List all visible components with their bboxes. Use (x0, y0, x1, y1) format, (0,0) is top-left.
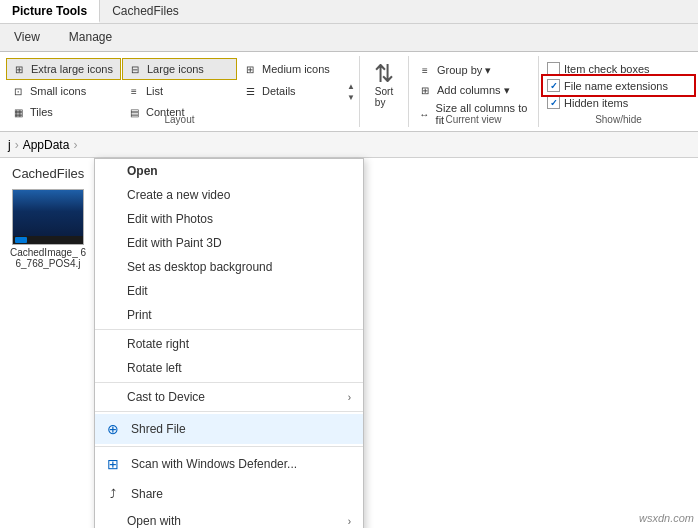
ribbon-tabs: View Manage (0, 24, 698, 52)
ctx-openwith-arrow: › (348, 516, 351, 527)
medium-icons-icon: ⊞ (242, 61, 258, 77)
extra-large-icon: ⊞ (11, 61, 27, 77)
file-name-extensions-checkbox[interactable]: ✓ (547, 79, 560, 92)
ctx-cast-arrow: › (348, 392, 351, 403)
ctx-create-video[interactable]: Create a new video (95, 183, 363, 207)
ctx-shred-file[interactable]: ⊕ Shred File (95, 414, 363, 444)
current-view-group: ≡ Group by ▾ ⊞ Add columns ▾ ↔ Size all … (409, 56, 539, 127)
add-columns-icon: ⊞ (417, 82, 433, 98)
title-bar: Picture Tools CachedFiles (0, 0, 698, 24)
defender-icon: ⊞ (103, 454, 123, 474)
group-by-icon: ≡ (417, 62, 433, 78)
ctx-sep-2 (95, 382, 363, 383)
ctx-open-with[interactable]: Open with › (95, 509, 363, 528)
main-area: CachedFiles CachedImage_ 66_768_POS4.j O… (0, 158, 698, 528)
hidden-items-checkbox[interactable]: ✓ (547, 96, 560, 109)
layout-details[interactable]: ☰ Details (238, 81, 353, 101)
file-thumb-start-button (15, 237, 27, 243)
context-menu: Open Create a new video Edit with Photos… (94, 158, 364, 528)
group-by-button[interactable]: ≡ Group by ▾ (415, 60, 532, 80)
watermark: wsxdn.com (639, 512, 694, 524)
layout-list[interactable]: ≡ List (122, 81, 237, 101)
sort-icon: ⇅ (374, 62, 394, 86)
share-icon: ⤴ (103, 484, 123, 504)
ctx-rotate-left[interactable]: Rotate left (95, 356, 363, 380)
breadcrumb-sep-2: › (73, 138, 77, 152)
file-name-label: CachedImage_ 66_768_POS4.j (8, 247, 88, 269)
ctx-rotate-right[interactable]: Rotate right (95, 332, 363, 356)
breadcrumb-sep-1: › (15, 138, 19, 152)
ctx-sep-3 (95, 411, 363, 412)
layout-small-icons[interactable]: ⊡ Small icons (6, 81, 121, 101)
scroll-up-arrow[interactable]: ▲ (347, 82, 355, 91)
showhide-group: Item check boxes ✓ File name extensions … (539, 56, 698, 127)
tab-manage[interactable]: Manage (55, 24, 127, 51)
showhide-group-label: Show/hide (539, 114, 698, 125)
tab-view[interactable]: View (0, 24, 55, 51)
ctx-open[interactable]: Open (95, 159, 363, 183)
shred-file-icon: ⊕ (103, 419, 123, 439)
ctx-share[interactable]: ⤴ Share (95, 479, 363, 509)
layout-extra-large-icons[interactable]: ⊞ Extra large icons (6, 58, 121, 80)
picture-tools-tab[interactable]: Picture Tools (0, 0, 100, 23)
breadcrumb-j[interactable]: j (8, 138, 11, 152)
ctx-print[interactable]: Print (95, 303, 363, 327)
ctx-set-desktop-bg[interactable]: Set as desktop background (95, 255, 363, 279)
sort-by-group: ⇅ Sortby (360, 56, 409, 127)
details-icon: ☰ (242, 83, 258, 99)
layout-group-label: Layout (0, 114, 359, 125)
hidden-items-toggle[interactable]: ✓ Hidden items (545, 94, 692, 111)
item-check-boxes-toggle[interactable]: Item check boxes (545, 60, 692, 77)
small-icons-icon: ⊡ (10, 83, 26, 99)
sort-by-label: Sortby (375, 86, 393, 108)
ctx-edit[interactable]: Edit (95, 279, 363, 303)
ctx-edit-photos[interactable]: Edit with Photos (95, 207, 363, 231)
list-icon: ≡ (126, 83, 142, 99)
ctx-sep-4 (95, 446, 363, 447)
ribbon-content: ⊞ Extra large icons ⊟ Large icons ⊞ Medi… (0, 52, 698, 132)
add-columns-button[interactable]: ⊞ Add columns ▾ (415, 80, 532, 100)
file-name-extensions-toggle[interactable]: ✓ File name extensions (545, 77, 692, 94)
layout-large-icons[interactable]: ⊟ Large icons (122, 58, 237, 80)
scroll-down-arrow[interactable]: ▼ (347, 93, 355, 102)
large-icons-icon: ⊟ (127, 61, 143, 77)
layout-group: ⊞ Extra large icons ⊟ Large icons ⊞ Medi… (0, 56, 360, 127)
breadcrumb: j › AppData › (0, 132, 698, 158)
file-item[interactable]: CachedImage_ 66_768_POS4.j (8, 189, 88, 269)
window-title: CachedFiles (100, 0, 191, 23)
file-thumbnail (12, 189, 84, 245)
ctx-scan-defender[interactable]: ⊞ Scan with Windows Defender... (95, 449, 363, 479)
current-view-group-label: Current view (409, 114, 538, 125)
ctx-sep-1 (95, 329, 363, 330)
breadcrumb-appdata[interactable]: AppData (23, 138, 70, 152)
item-check-boxes-checkbox[interactable] (547, 62, 560, 75)
ctx-edit-paint3d[interactable]: Edit with Paint 3D (95, 231, 363, 255)
layout-medium-icons[interactable]: ⊞ Medium icons (238, 58, 353, 80)
sort-by-button[interactable]: ⇅ Sortby (368, 60, 400, 110)
ctx-cast-to-device[interactable]: Cast to Device › (95, 385, 363, 409)
